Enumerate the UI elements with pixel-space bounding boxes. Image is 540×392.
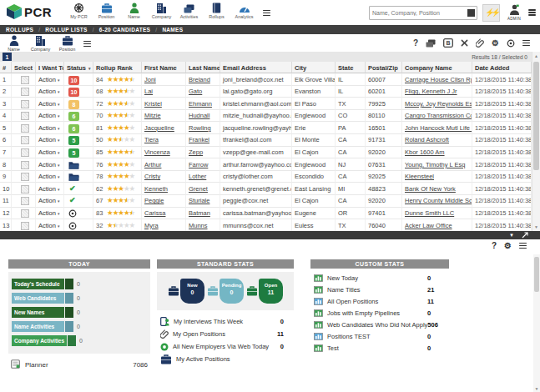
company-link[interactable]: Fligg, Kenneth J Jr — [405, 88, 457, 95]
column-header-[interactable]: # — [0, 62, 12, 73]
record-icon[interactable] — [507, 39, 515, 48]
dashboard-scrollbar[interactable]: ▼ — [533, 254, 540, 392]
row-checkbox[interactable] — [21, 100, 29, 108]
user-avatar[interactable]: ADMIN — [505, 4, 523, 22]
column-header-select[interactable]: Select▾ — [12, 62, 36, 73]
column-header-postal-zip[interactable]: Postal/Zip — [366, 62, 402, 73]
action-dropdown[interactable]: Action ▾ — [36, 171, 64, 183]
first-name-link[interactable]: Mitzie — [144, 112, 161, 119]
column-header-email-address[interactable]: Email Address — [220, 62, 292, 73]
last-name-link[interactable]: Grenet — [189, 185, 208, 193]
search-input[interactable] — [370, 10, 467, 16]
stat-item-my-open-positions[interactable]: My Open Positions11 — [157, 328, 294, 340]
stat-item-all-new-employers-via-web-today[interactable]: All New Employers Via Web Today0 — [157, 340, 294, 353]
action-dropdown[interactable]: Action ▾ — [36, 73, 64, 86]
toolbar-item-company[interactable]: Company — [30, 36, 51, 52]
toolbar-item-position[interactable]: Position — [57, 36, 78, 52]
company-link[interactable]: Cangro Transmission Co — [405, 112, 472, 119]
last-name-link[interactable]: Lother — [189, 173, 206, 180]
first-name-link[interactable]: Kenneth — [144, 185, 168, 193]
nav-item-activities[interactable]: Activities — [175, 2, 203, 19]
menu-icon[interactable] — [522, 38, 530, 48]
first-name-link[interactable]: Joni — [144, 76, 156, 83]
expand-table-icon[interactable] — [522, 232, 528, 239]
column-header-state[interactable]: State — [336, 62, 366, 73]
windows-icon[interactable] — [426, 39, 436, 48]
toolbar-item-name[interactable]: Name — [3, 36, 24, 52]
breadcrumb-item-rollup-lists[interactable]: ROLLUP LISTS — [45, 27, 87, 33]
gear-icon[interactable]: ⚙ — [492, 39, 499, 48]
first-name-link[interactable]: Kristel — [144, 100, 162, 108]
first-name-link[interactable]: Vincenza — [144, 148, 170, 156]
company-link[interactable]: Young, Timothy L Esq — [405, 161, 465, 168]
custom-stat-name-titles[interactable]: Name Titles21 — [310, 284, 449, 295]
last-name-link[interactable]: Farrow — [189, 161, 208, 168]
row-checkbox[interactable] — [21, 222, 29, 230]
company-link[interactable]: Dunne Smith LLC — [405, 209, 454, 217]
last-name-link[interactable]: Gato — [189, 88, 202, 95]
row-checkbox[interactable] — [21, 88, 29, 96]
action-dropdown[interactable]: Action ▾ — [36, 86, 64, 98]
dashboard-scroll-down-icon[interactable]: ▼ — [533, 386, 540, 391]
company-link[interactable]: Bank Of New York — [405, 185, 456, 193]
page-1-button[interactable]: 1 — [3, 53, 12, 61]
first-name-link[interactable]: Lai — [144, 88, 153, 95]
last-name-link[interactable]: Zepp — [189, 148, 203, 156]
nav-item-name[interactable]: Name — [120, 2, 148, 19]
last-name-link[interactable]: Frankel — [189, 136, 209, 143]
action-dropdown[interactable]: Action ▾ — [36, 110, 64, 123]
last-name-link[interactable]: Rowling — [189, 124, 211, 132]
company-link[interactable]: Carriage House Cllsn Rpr Inc — [405, 76, 472, 83]
action-dropdown[interactable]: Action ▾ — [36, 219, 64, 232]
pcr-logo[interactable]: PCR — [6, 3, 52, 20]
first-name-link[interactable]: Peggie — [144, 197, 164, 204]
company-link[interactable]: Henry County Middle School — [405, 197, 472, 204]
company-link[interactable]: John Hancock Mutl Life Ins Co — [405, 124, 472, 132]
company-link[interactable]: Kbor 1600 Am — [405, 148, 445, 156]
column-header-first-name[interactable]: First Name — [142, 62, 186, 73]
company-link[interactable]: Mccoy, Joy Reynolds Esq — [405, 100, 472, 108]
action-dropdown[interactable]: Action ▾ — [36, 134, 64, 147]
custom-stat-all-open-positions[interactable]: All Open Positions11 — [310, 295, 449, 307]
stat-badge-open[interactable]: Open11 — [259, 279, 283, 304]
nav-item-my-pcr[interactable]: My PCR — [65, 2, 93, 19]
row-checkbox[interactable] — [21, 209, 29, 218]
first-name-link[interactable]: Myra — [144, 222, 159, 229]
first-name-link[interactable]: Cristy — [144, 173, 160, 180]
nav-item-position[interactable]: Position — [93, 2, 120, 19]
table-scrollbar[interactable]: ▲ ▼ — [532, 52, 540, 231]
first-name-link[interactable]: Arthur — [144, 161, 161, 168]
action-dropdown[interactable]: Action ▾ — [36, 158, 64, 171]
merge-icon[interactable] — [461, 39, 468, 47]
today-bar-today-s-schedule[interactable]: Today's Schedule — [12, 279, 64, 289]
custom-stat-web-candidates-who-did-not-apply[interactable]: Web Candidates Who Did Not Apply506 — [310, 319, 449, 330]
stat-badge-pending[interactable]: Pending0 — [220, 279, 244, 304]
breadcrumb-item-names[interactable]: NAMES — [162, 27, 183, 33]
action-dropdown[interactable]: Action ▾ — [36, 98, 64, 110]
column-header-company-name[interactable]: Company Name — [402, 62, 472, 73]
toolbar-menu-icon[interactable] — [83, 39, 91, 48]
first-name-link[interactable]: Carissa — [144, 209, 165, 217]
company-link[interactable]: Roland Ashcroft — [405, 136, 449, 143]
last-name-link[interactable]: Sturiale — [189, 197, 209, 204]
planner-row[interactable]: Planner 7086 — [8, 359, 150, 370]
today-bar-new-names[interactable]: New Names — [12, 307, 64, 318]
stat-item-my-interviews-this-week[interactable]: My Interviews This Week0 — [157, 315, 294, 328]
collapse-table-icon[interactable]: ▼ — [509, 233, 514, 238]
custom-stat-test[interactable]: Test0 — [310, 342, 449, 354]
last-name-link[interactable]: Batman — [189, 209, 210, 217]
action-dropdown[interactable]: Action ▾ — [36, 208, 64, 220]
today-bar-name-activities[interactable]: Name Activities — [12, 321, 64, 332]
row-checkbox[interactable] — [21, 112, 29, 120]
row-checkbox[interactable] — [21, 76, 29, 84]
row-checkbox[interactable] — [21, 197, 29, 205]
scroll-up-icon[interactable]: ▲ — [532, 53, 540, 58]
row-checkbox[interactable] — [21, 185, 29, 193]
nav-overflow-menu-icon[interactable] — [263, 8, 270, 18]
column-header-last-name[interactable]: Last Name — [186, 62, 220, 73]
action-dropdown[interactable]: Action ▾ — [36, 147, 64, 159]
breadcrumb-item-rollups[interactable]: ROLLUPS — [6, 27, 33, 33]
account-menu-icon[interactable] — [528, 8, 536, 18]
last-name-link[interactable]: Breland — [189, 76, 210, 83]
row-checkbox[interactable] — [21, 136, 29, 144]
